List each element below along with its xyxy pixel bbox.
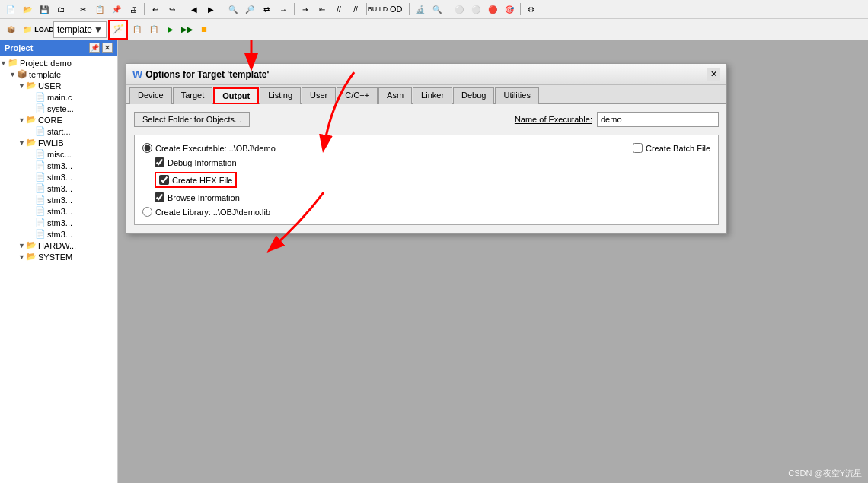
build-btn[interactable]: BUILD — [370, 2, 385, 17]
debug-info-checkbox[interactable] — [155, 157, 164, 167]
stop-btn[interactable]: ⏹ — [196, 22, 212, 37]
redo-btn[interactable]: ↪ — [164, 2, 180, 17]
find-btn[interactable]: 🔍 — [225, 2, 241, 17]
watermark: CSDN @夜空Y流星 — [788, 468, 862, 479]
sep9 — [520, 3, 521, 15]
create-batch-checkbox[interactable] — [633, 143, 643, 153]
new-file-btn[interactable]: 📄 — [3, 2, 18, 17]
run2-btn[interactable]: ▶▶ — [180, 22, 195, 37]
create-library-label: Create Library: ..\OBJ\demo.lib — [155, 208, 270, 217]
name-row: Name of Executable: — [515, 112, 719, 127]
tree-item[interactable]: ▼📂USER — [0, 80, 117, 91]
tree-item[interactable]: ▼📂HARDW... — [0, 240, 117, 251]
save-all-btn[interactable]: 🗂 — [53, 2, 69, 17]
debug-info-label: Debug Information — [168, 158, 237, 167]
tab-utilities[interactable]: Utilities — [495, 87, 538, 104]
tab-c/c++[interactable]: C/C++ — [337, 87, 378, 104]
sidebar-title: Project — [5, 43, 33, 52]
circle3-btn[interactable]: 🔴 — [485, 2, 500, 17]
tb2-btn1[interactable]: 📦 — [3, 22, 18, 37]
tree-item[interactable]: 📄syste... — [0, 103, 117, 114]
circle2-btn[interactable]: ⚪ — [468, 2, 483, 17]
paste-target-btn[interactable]: 📋 — [146, 22, 161, 37]
open-btn[interactable]: 📂 — [20, 2, 35, 17]
tab-device[interactable]: Device — [129, 87, 172, 104]
tab-debug[interactable]: Debug — [453, 87, 494, 104]
save-btn[interactable]: 💾 — [37, 2, 52, 17]
sidebar-close-btn[interactable]: ✕ — [102, 43, 113, 53]
goto-btn[interactable]: → — [276, 2, 291, 17]
dialog-icon: W — [132, 68, 142, 81]
tree-item[interactable]: 📄stm3... — [0, 217, 117, 228]
sep1 — [72, 3, 72, 15]
tree-item[interactable]: 📄main.c — [0, 91, 117, 103]
target-btn[interactable]: 🎯 — [502, 2, 517, 17]
copy-btn[interactable]: 📋 — [92, 2, 107, 17]
uncomment-btn[interactable]: // — [348, 2, 363, 17]
sep4 — [222, 3, 222, 15]
tab-linker[interactable]: Linker — [413, 87, 452, 104]
tree-item[interactable]: 📄stm3... — [0, 160, 117, 171]
debug2-btn[interactable]: 🔬 — [413, 2, 428, 17]
tab-user[interactable]: User — [302, 87, 336, 104]
run-btn[interactable]: ▶ — [163, 22, 178, 37]
dialog-title-text: Options for Target 'template' — [145, 69, 269, 80]
undo-btn[interactable]: ↩ — [148, 2, 163, 17]
tb2-load[interactable]: LOAD — [37, 22, 52, 37]
sidebar-pin-btn[interactable]: 📌 — [89, 43, 100, 53]
create-exe-radio[interactable] — [142, 143, 152, 153]
back-btn[interactable]: ◀ — [187, 2, 202, 17]
name-input[interactable] — [597, 112, 719, 127]
target-dropdown[interactable]: template ▼ — [53, 21, 107, 38]
tree-item[interactable]: 📄stm3... — [0, 194, 117, 205]
dialog-close-btn[interactable]: ✕ — [707, 68, 720, 81]
circle1-btn[interactable]: ⚪ — [452, 2, 467, 17]
toolbar-row1: 📄 📂 💾 🗂 ✂ 📋 📌 🖨 ↩ ↪ ◀ ▶ 🔍 🔎 ⇄ → ⇥ ⇤ // /… — [0, 0, 868, 19]
copy-target-btn[interactable]: 📋 — [129, 22, 145, 37]
tree-item[interactable]: ▼📂SYSTEM — [0, 251, 117, 262]
dialog-tabs: DeviceTargetOutputListingUserC/C++AsmLin… — [126, 85, 726, 104]
tree-item[interactable]: 📄stm3... — [0, 183, 117, 194]
comment-btn[interactable]: // — [331, 2, 346, 17]
tree-item[interactable]: 📄stm3... — [0, 228, 117, 240]
browse-info-checkbox[interactable] — [155, 192, 164, 202]
tree-item[interactable]: 📄stm3... — [0, 171, 117, 183]
select-folder-btn[interactable]: Select Folder for Objects... — [134, 112, 250, 127]
unindent-btn[interactable]: ⇤ — [314, 2, 330, 17]
name-label: Name of Executable: — [515, 115, 592, 124]
tab-output[interactable]: Output — [213, 87, 259, 104]
sep7 — [409, 3, 410, 15]
content-area: W Options for Target 'template' ✕ Device… — [118, 40, 868, 483]
tree-item[interactable]: ▼📁Project: demo — [0, 57, 117, 68]
dialog-body: Select Folder for Objects... Name of Exe… — [126, 104, 726, 233]
forward-btn[interactable]: ▶ — [203, 2, 219, 17]
tab-listing[interactable]: Listing — [260, 87, 301, 104]
tab-asm[interactable]: Asm — [378, 87, 412, 104]
tree-item[interactable]: 📄stm3... — [0, 205, 117, 217]
tree-item[interactable]: ▼📦template — [0, 68, 117, 80]
toolbar-row2: 📦 📁 LOAD template ▼ 🪄 📋 📋 ▶ ▶▶ ⏹ — [0, 19, 868, 40]
paste-btn[interactable]: 📌 — [109, 2, 124, 17]
replace-btn[interactable]: ⇄ — [259, 2, 274, 17]
sep8 — [448, 3, 448, 15]
search2-btn[interactable]: 🔍 — [429, 2, 445, 17]
find-all-btn[interactable]: 🔎 — [242, 2, 257, 17]
tb2-btn2[interactable]: 📁 — [20, 22, 35, 37]
dialog-title-area: W Options for Target 'template' — [132, 68, 269, 81]
create-library-row: Create Library: ..\OBJ\demo.lib — [142, 207, 710, 217]
target-name: template — [57, 24, 92, 35]
options-box: Create Executable: ..\OBJ\demo Create Ba… — [134, 135, 719, 225]
create-exe-row: Create Executable: ..\OBJ\demo Create Ba… — [142, 143, 710, 153]
create-hex-checkbox[interactable] — [159, 175, 169, 185]
cut-btn[interactable]: ✂ — [75, 2, 91, 17]
create-library-radio[interactable] — [142, 207, 152, 217]
tree-item[interactable]: 📄start... — [0, 126, 117, 137]
indent-btn[interactable]: ⇥ — [298, 2, 313, 17]
tree-item[interactable]: 📄misc... — [0, 148, 117, 160]
tree-item[interactable]: ▼📂FWLIB — [0, 137, 117, 148]
print-btn[interactable]: 🖨 — [126, 2, 141, 17]
tab-target[interactable]: Target — [173, 87, 213, 104]
tree-item[interactable]: ▼📂CORE — [0, 114, 117, 126]
settings-btn[interactable]: ⚙ — [524, 2, 539, 17]
options-btn[interactable]: 🪄 — [108, 20, 128, 40]
